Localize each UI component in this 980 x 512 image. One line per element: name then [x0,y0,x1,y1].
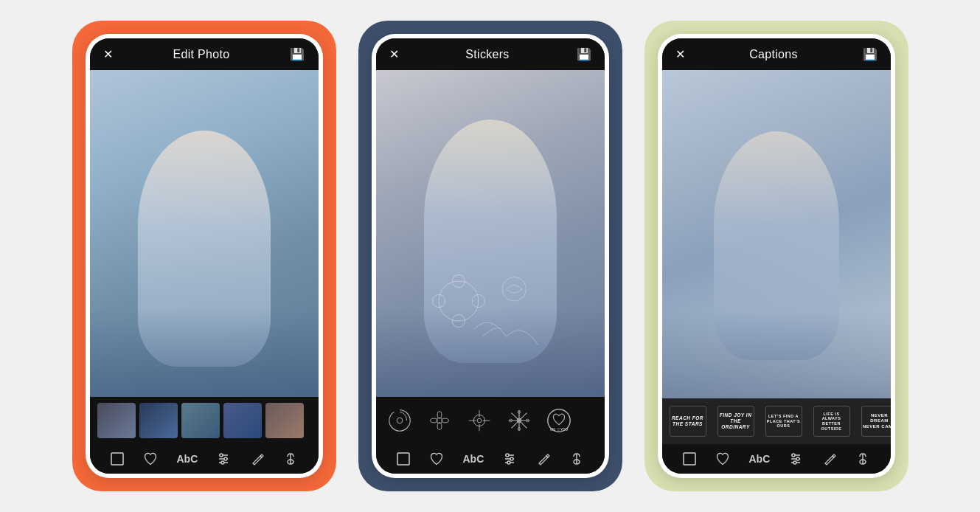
caption-item-3[interactable]: LET'S FIND A PLACE THAT'S OURS [761,403,807,440]
favorite-tool-3[interactable] [715,452,730,466]
svg-point-6 [221,461,224,464]
draw-tool[interactable] [250,452,265,466]
svg-point-33 [510,457,513,460]
draw-tool-2[interactable] [536,452,551,466]
bottom-bar-1: AbC [90,444,319,474]
phone-screen-1: ✕ Edit Photo 💾 [90,38,319,474]
adjust-tool[interactable] [216,452,231,466]
sticker-heart-badge[interactable]: WE ♡ YOU [540,403,578,438]
sticker-swirl[interactable] [380,403,419,438]
city-silhouette-3 [662,310,891,398]
photo-area-3 [662,70,891,398]
phone-outer-3: ✕ Captions 💾 reach for the stars find jo… [658,34,895,478]
thumbnail-3[interactable] [181,403,220,438]
close-icon-3[interactable]: ✕ [675,47,685,61]
save-icon-2[interactable]: 💾 [577,47,591,61]
crop-tool[interactable] [110,452,125,466]
adjust-tool-3[interactable] [788,452,803,466]
phone-stickers: ✕ Stickers 💾 [358,21,622,491]
svg-point-35 [507,461,510,464]
svg-point-39 [792,454,795,457]
close-icon-1[interactable]: ✕ [103,47,113,61]
text-tool[interactable]: AbC [177,453,198,465]
text-tool-2[interactable]: AbC [463,453,484,465]
caption-text-3: LET'S FIND A PLACE THAT'S OURS [765,406,802,437]
svg-point-41 [796,457,799,460]
caption-item-4[interactable]: LIFE IS ALWAYS BETTER OUTSIDE [809,403,855,440]
svg-text:WE ♡ YOU: WE ♡ YOU [549,428,568,432]
text-tool-3[interactable]: AbC [749,453,771,465]
crop-tool-3[interactable] [682,452,697,466]
svg-rect-29 [397,453,409,465]
svg-rect-0 [111,453,123,465]
caption-text-2: find joy in the ordinary [717,406,754,437]
svg-point-21 [477,418,482,423]
sticker-floral[interactable] [420,403,459,438]
caption-text-1: reach for the stars [670,406,706,437]
favorite-tool[interactable] [143,452,158,466]
svg-point-43 [793,461,796,464]
svg-point-4 [224,457,227,460]
photo-area-2 [376,70,605,397]
city-silhouette-2 [376,308,605,397]
thumbnail-1[interactable] [97,403,136,438]
sticker-strip: WE ♡ YOU [376,397,605,444]
top-bar-1: ✕ Edit Photo 💾 [90,38,319,70]
title-2: Stickers [465,48,509,61]
favorite-tool-2[interactable] [429,452,444,466]
city-silhouette-1 [90,308,319,397]
save-icon-1[interactable]: 💾 [290,47,305,61]
caption-item-1[interactable]: reach for the stars [665,403,711,440]
svg-point-2 [220,454,223,457]
caption-strip: reach for the stars find joy in the ordi… [662,398,891,444]
close-icon-2[interactable]: ✕ [389,47,399,61]
svg-point-31 [506,454,509,457]
thumbnail-2[interactable] [139,403,178,438]
sticker-ornament[interactable] [460,403,498,438]
phone-screen-3: ✕ Captions 💾 reach for the stars find jo… [662,38,891,474]
caption-item-2[interactable]: find joy in the ordinary [713,403,759,440]
caption-text-5: NEVER dream never came [861,406,891,437]
phone-captions: ✕ Captions 💾 reach for the stars find jo… [644,21,908,491]
photo-area-1 [90,70,319,397]
thumbnail-4[interactable] [223,403,262,438]
phone-outer-1: ✕ Edit Photo 💾 [86,34,323,478]
draw-tool-3[interactable] [822,452,837,466]
adjust-tool-2[interactable] [502,452,517,466]
bottom-bar-3: AbC [662,444,891,474]
title-1: Edit Photo [173,48,230,61]
phone-edit-photo: ✕ Edit Photo 💾 [72,21,336,491]
filter-tool-2[interactable] [569,452,584,466]
phone-screen-2: ✕ Stickers 💾 [376,38,605,474]
svg-point-14 [397,418,403,423]
bottom-bar-2: AbC [376,444,605,474]
svg-rect-37 [684,453,695,465]
caption-text-4: LIFE IS ALWAYS BETTER OUTSIDE [813,406,850,437]
top-bar-2: ✕ Stickers 💾 [376,38,605,70]
phone-outer-2: ✕ Stickers 💾 [372,34,609,478]
crop-tool-2[interactable] [396,452,411,466]
caption-item-5[interactable]: NEVER dream never came [857,403,891,440]
title-3: Captions [749,48,798,61]
thumbnail-strip [90,397,319,444]
filter-tool-3[interactable] [855,452,870,466]
save-icon-3[interactable]: 💾 [863,47,878,61]
top-bar-3: ✕ Captions 💾 [662,38,891,70]
thumbnail-5[interactable] [265,403,304,438]
filter-tool[interactable] [283,452,298,466]
sticker-snowflake[interactable] [500,403,538,438]
